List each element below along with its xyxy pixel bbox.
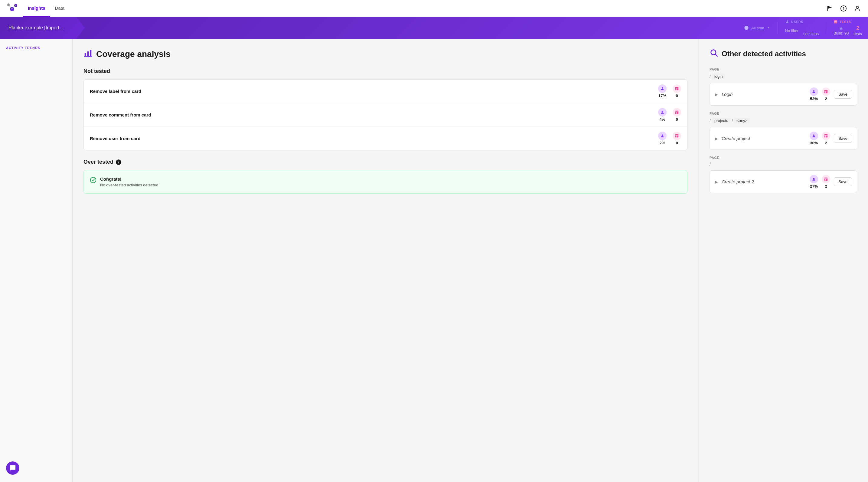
check-circle-icon bbox=[90, 177, 96, 185]
chevron-right-icon-2: ▶ bbox=[715, 179, 718, 184]
congrats-sub: No over-tested activities detected bbox=[100, 183, 158, 187]
tests-section: TESTS Build: 93 2 tests bbox=[834, 20, 862, 36]
over-tested-header: Over tested i bbox=[84, 159, 687, 165]
chevron-right-icon-1: ▶ bbox=[715, 136, 718, 141]
test-icon-2 bbox=[673, 131, 681, 140]
path-sep-1b: / bbox=[732, 118, 733, 123]
other-activity-page-label-0: PAGE bbox=[710, 67, 857, 71]
user-pct-1: 4% bbox=[660, 117, 665, 122]
help-icon[interactable]: ? bbox=[839, 4, 848, 13]
path-seg-projects: projects bbox=[712, 118, 731, 123]
divider bbox=[778, 22, 778, 34]
d-user-stat-0: 53% bbox=[810, 87, 818, 101]
detected-card-1: ▶ Create project 30% 2 bbox=[710, 127, 857, 150]
build-stat: Build: 93 bbox=[834, 26, 849, 35]
d-test-icon-0 bbox=[822, 87, 830, 96]
info-icon: i bbox=[116, 159, 121, 165]
not-tested-card: Remove label from card 17% 0 bbox=[84, 79, 687, 150]
svg-text:?: ? bbox=[842, 6, 844, 10]
d-user-pct-2: 27% bbox=[810, 184, 818, 188]
no-filter-stat: No filter bbox=[785, 28, 799, 33]
chat-bubble-button[interactable] bbox=[6, 461, 19, 475]
activity-row-0: Remove label from card 17% 0 bbox=[84, 80, 687, 103]
tests-count-stat: 2 tests bbox=[854, 25, 862, 36]
svg-rect-14 bbox=[834, 20, 837, 24]
d-user-icon-2 bbox=[810, 175, 818, 183]
svg-point-24 bbox=[662, 111, 663, 112]
activity-stats-1: 4% 0 bbox=[658, 108, 681, 122]
sidebar-section-label: ACTIVITY TRENDS bbox=[0, 46, 72, 53]
chevron-right-icon-0: ▶ bbox=[715, 92, 718, 97]
svg-rect-19 bbox=[90, 50, 91, 56]
other-activities-title: Other detected activities bbox=[710, 49, 857, 59]
congrats-title: Congrats! bbox=[100, 176, 158, 182]
page-path-1: / projects / <any> bbox=[710, 118, 857, 123]
test-count-2: 0 bbox=[676, 141, 678, 145]
nav-tab-data[interactable]: Data bbox=[50, 0, 69, 17]
path-seg-login: login bbox=[712, 73, 725, 79]
d-test-stat-0: 2 bbox=[822, 87, 830, 101]
not-tested-label: Not tested bbox=[84, 68, 687, 74]
d-user-stat-2: 27% bbox=[810, 175, 818, 188]
user-icon-2 bbox=[658, 131, 666, 140]
svg-line-34 bbox=[715, 54, 717, 56]
filter-row: All time bbox=[744, 25, 770, 30]
flag-icon[interactable] bbox=[825, 4, 834, 13]
all-time-link[interactable]: All time bbox=[751, 26, 764, 30]
main-layout: ACTIVITY TRENDS Coverage analysis Not te… bbox=[0, 39, 868, 482]
path-sep-1: / bbox=[710, 118, 711, 123]
d-test-stat-2: 2 bbox=[822, 175, 830, 188]
user-stat-1: 4% bbox=[658, 108, 666, 122]
success-card: Congrats! No over-tested activities dete… bbox=[84, 170, 687, 194]
sub-header: Planka example [Import ... All time USER… bbox=[0, 17, 868, 39]
over-tested-label: Over tested bbox=[84, 159, 114, 165]
user-pct-0: 17% bbox=[658, 93, 666, 98]
test-stat-0: 0 bbox=[673, 84, 681, 98]
activity-name-1: Remove comment from card bbox=[90, 112, 658, 117]
d-user-pct-1: 30% bbox=[810, 141, 818, 145]
save-button-0[interactable]: Save bbox=[834, 90, 852, 99]
detected-name-1: Create project bbox=[722, 136, 806, 141]
test-icon-1 bbox=[673, 108, 681, 117]
nav-tab-insights[interactable]: Insights bbox=[23, 0, 50, 17]
divider2 bbox=[826, 22, 826, 34]
svg-point-20 bbox=[662, 87, 663, 89]
test-stat-1: 0 bbox=[673, 108, 681, 122]
svg-rect-44 bbox=[825, 178, 828, 181]
d-user-icon-0 bbox=[810, 87, 818, 96]
user-icon[interactable] bbox=[853, 4, 862, 13]
logo-icon[interactable] bbox=[6, 2, 18, 14]
activity-row-1: Remove comment from card 4% bbox=[84, 103, 687, 127]
content-area: Coverage analysis Not tested Remove labe… bbox=[72, 39, 868, 482]
svg-rect-40 bbox=[825, 134, 828, 138]
activity-name-0: Remove label from card bbox=[90, 89, 658, 94]
svg-rect-18 bbox=[87, 52, 89, 56]
save-button-2[interactable]: Save bbox=[834, 177, 852, 186]
d-test-count-0: 2 bbox=[825, 96, 827, 101]
save-button-1[interactable]: Save bbox=[834, 134, 852, 143]
svg-point-43 bbox=[813, 178, 815, 179]
sidebar: ACTIVITY TRENDS bbox=[0, 39, 72, 482]
activity-stats-2: 2% 0 bbox=[658, 131, 681, 145]
user-icon-0 bbox=[658, 84, 666, 93]
d-test-count-1: 2 bbox=[825, 141, 827, 145]
activity-row-2: Remove user from card 2% 0 bbox=[84, 127, 687, 150]
activity-name-2: Remove user from card bbox=[90, 136, 658, 141]
detected-card-2: ▶ Create project 2 27% 2 bbox=[710, 170, 857, 193]
d-test-icon-2 bbox=[822, 175, 830, 183]
svg-rect-17 bbox=[85, 53, 86, 56]
svg-point-13 bbox=[786, 20, 788, 22]
path-sep-0: / bbox=[710, 74, 711, 79]
tests-stats: Build: 93 2 tests bbox=[834, 25, 862, 36]
svg-point-12 bbox=[744, 26, 748, 30]
other-activity-page-label-1: PAGE bbox=[710, 112, 857, 115]
d-user-icon-1 bbox=[810, 131, 818, 140]
svg-point-35 bbox=[813, 90, 815, 92]
users-label: USERS bbox=[785, 20, 803, 24]
top-nav: Insights Data ? bbox=[0, 0, 868, 17]
test-stat-2: 0 bbox=[673, 131, 681, 145]
coverage-title: Coverage analysis bbox=[84, 49, 687, 60]
success-content: Congrats! No over-tested activities dete… bbox=[100, 176, 158, 187]
page-path-0: / login bbox=[710, 73, 857, 79]
detected-stats-2: 27% 2 Save bbox=[810, 175, 852, 188]
